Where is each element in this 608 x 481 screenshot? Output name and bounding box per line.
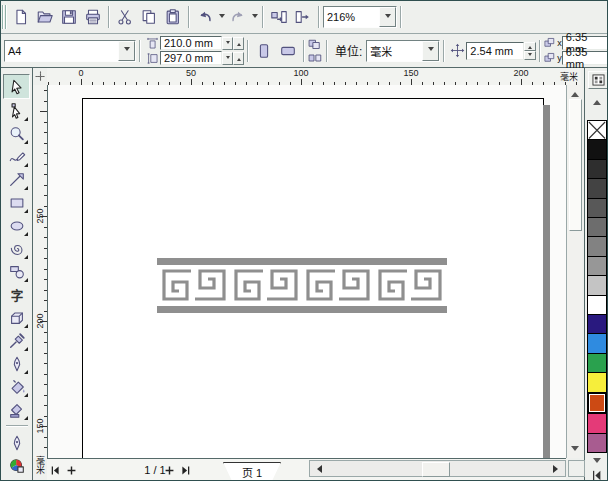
interactive-extrude-tool[interactable] xyxy=(4,306,29,329)
ruler-origin-button[interactable] xyxy=(33,68,47,85)
redo-button[interactable] xyxy=(226,5,250,29)
toolbar-grip[interactable] xyxy=(2,5,7,29)
export-icon xyxy=(294,8,312,26)
undo-dropdown-button[interactable] xyxy=(217,5,226,29)
nudge-spin-up[interactable] xyxy=(524,42,536,51)
first-page-button[interactable] xyxy=(47,461,63,479)
paper-size-dropdown-button[interactable] xyxy=(118,41,135,61)
pick-tool[interactable] xyxy=(3,74,30,99)
color-swatch-70-percent-black[interactable] xyxy=(587,198,607,218)
cut-button[interactable] xyxy=(113,5,137,29)
save-button[interactable] xyxy=(57,5,81,29)
basic-shapes-tool[interactable] xyxy=(4,260,29,283)
page-tab[interactable]: 页 1 xyxy=(223,462,281,481)
fill-tool[interactable] xyxy=(4,375,29,398)
smart-drawing-tool[interactable] xyxy=(4,168,29,191)
drawing-canvas[interactable] xyxy=(47,85,566,458)
import-button[interactable] xyxy=(267,5,291,29)
vertical-scrollbar-thumb[interactable] xyxy=(569,99,582,231)
palette-scroll-down-button[interactable] xyxy=(590,456,604,468)
color-swatch-40-percent-black[interactable] xyxy=(587,256,607,276)
landscape-orientation-button[interactable] xyxy=(276,39,300,63)
set-size-all-pages-button[interactable] xyxy=(308,37,323,51)
color-swatch-mauve[interactable] xyxy=(587,433,607,453)
palette-scroll-up-button[interactable] xyxy=(590,94,604,106)
rectangle-tool[interactable] xyxy=(4,191,29,214)
units-dropdown-button[interactable] xyxy=(422,41,439,61)
spiral-tool[interactable] xyxy=(4,237,29,260)
zoom-tool[interactable] xyxy=(4,122,29,145)
paper-height-field[interactable]: 297.0 mm xyxy=(160,51,222,65)
color-swatch-black[interactable] xyxy=(587,139,607,159)
open-button[interactable] xyxy=(33,5,57,29)
color-swatch-yellow[interactable] xyxy=(587,372,607,392)
portrait-orientation-button[interactable] xyxy=(252,39,276,63)
palette-expand-button[interactable] xyxy=(589,469,605,481)
paper-size-value[interactable]: A4 xyxy=(5,41,118,61)
page-tab-label: 页 1 xyxy=(242,464,262,480)
paper-size-combo[interactable]: A4 xyxy=(4,40,136,62)
add-page-before-button[interactable] xyxy=(63,461,79,479)
color-swatch-no-fill[interactable] xyxy=(587,120,607,140)
copy-button[interactable] xyxy=(137,5,161,29)
set-size-current-page-button[interactable] xyxy=(308,51,323,65)
nudge-offset-field[interactable]: 2.54 mm xyxy=(466,42,524,60)
zoom-level-combo[interactable]: 216% xyxy=(323,6,397,28)
color-swatch-blue[interactable] xyxy=(587,333,607,353)
smart-drawing-icon xyxy=(8,171,26,189)
color-swatch-50-percent-black[interactable] xyxy=(587,236,607,256)
redo-dropdown-button[interactable] xyxy=(250,5,259,29)
color-swatch-80-percent-black[interactable] xyxy=(587,178,607,198)
paper-width-spin-up[interactable] xyxy=(233,37,244,50)
outline-pen-tool[interactable] xyxy=(4,352,29,375)
units-combo[interactable]: 毫米 xyxy=(366,40,440,62)
palette-swatches xyxy=(587,120,607,452)
paper-height-spin-up[interactable] xyxy=(233,52,244,65)
horizontal-scrollbar[interactable] xyxy=(309,460,566,477)
palette-options-button[interactable] xyxy=(588,71,608,89)
color-dialog-tool[interactable] xyxy=(4,454,29,477)
interactive-fill-tool[interactable] xyxy=(4,398,29,421)
chevron-down-icon xyxy=(124,47,130,54)
paper-width-spin-down[interactable] xyxy=(222,37,233,50)
freehand-tool[interactable] xyxy=(4,145,29,168)
undo-icon xyxy=(196,8,214,26)
nudge-spin-down[interactable] xyxy=(524,51,536,60)
scroll-right-button[interactable] xyxy=(552,463,563,474)
undo-button[interactable] xyxy=(193,5,217,29)
open-icon xyxy=(36,8,54,26)
print-button[interactable] xyxy=(81,5,105,29)
new-button[interactable] xyxy=(9,5,33,29)
color-swatch-green[interactable] xyxy=(587,353,607,373)
vertical-ruler[interactable]: 250200150 xyxy=(33,85,48,458)
paste-button[interactable] xyxy=(161,5,185,29)
zoom-level-value[interactable]: 216% xyxy=(324,7,379,27)
color-swatch-magenta[interactable] xyxy=(587,413,607,433)
paper-height-spin-down[interactable] xyxy=(222,52,233,65)
units-value[interactable]: 毫米 xyxy=(367,41,422,61)
horizontal-scrollbar-thumb[interactable] xyxy=(422,462,450,477)
zoom-combo-dropdown-button[interactable] xyxy=(379,7,396,27)
color-swatch-blue-violet[interactable] xyxy=(587,314,607,334)
color-swatch-60-percent-black[interactable] xyxy=(587,217,607,237)
color-swatch-orange-red[interactable] xyxy=(587,392,607,414)
color-swatch-white[interactable] xyxy=(587,295,607,315)
duplicate-y-field[interactable]: 6.35 mm xyxy=(562,51,608,65)
export-button[interactable] xyxy=(291,5,315,29)
scroll-up-button[interactable] xyxy=(569,87,581,98)
outline-pen-bottom-tool[interactable] xyxy=(4,431,29,454)
ellipse-tool[interactable] xyxy=(4,214,29,237)
color-swatch-20-percent-black[interactable] xyxy=(587,275,607,295)
chevron-down-icon xyxy=(252,14,258,21)
text-tool[interactable]: 字 xyxy=(4,283,29,306)
vertical-scrollbar[interactable] xyxy=(566,85,582,458)
greek-key-pattern-object[interactable] xyxy=(157,258,447,313)
color-swatch-90-percent-black[interactable] xyxy=(587,159,607,179)
paper-width-field[interactable]: 210.0 mm xyxy=(160,36,222,50)
horizontal-ruler[interactable]: 毫米 050100150200 xyxy=(47,68,581,86)
eyedropper-tool[interactable] xyxy=(4,329,29,352)
scroll-left-button[interactable] xyxy=(312,463,323,474)
outline-pen-bottom-icon xyxy=(8,434,26,452)
scroll-down-button[interactable] xyxy=(569,445,581,456)
shape-tool[interactable] xyxy=(4,99,29,122)
